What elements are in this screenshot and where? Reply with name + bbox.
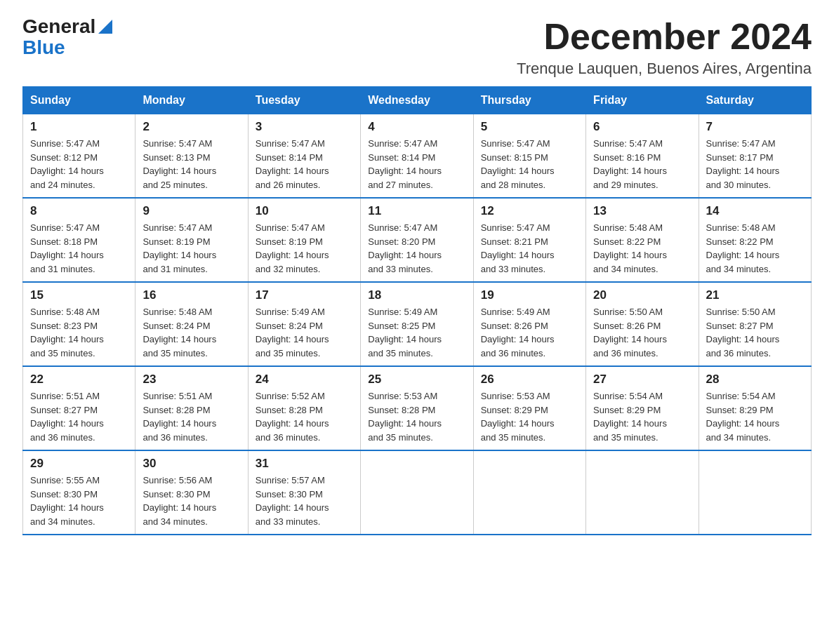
day-info: Sunrise: 5:53 AMSunset: 8:29 PMDaylight:… bbox=[481, 389, 578, 444]
day-info: Sunrise: 5:47 AMSunset: 8:17 PMDaylight:… bbox=[706, 137, 804, 192]
day-info: Sunrise: 5:49 AMSunset: 8:25 PMDaylight:… bbox=[368, 305, 465, 360]
day-info: Sunrise: 5:53 AMSunset: 8:28 PMDaylight:… bbox=[368, 389, 465, 444]
day-number: 23 bbox=[143, 373, 240, 387]
logo-general-text: General bbox=[22, 17, 95, 36]
day-number: 10 bbox=[256, 204, 353, 218]
day-info: Sunrise: 5:47 AMSunset: 8:13 PMDaylight:… bbox=[143, 137, 240, 192]
day-number: 20 bbox=[593, 288, 691, 302]
day-info: Sunrise: 5:54 AMSunset: 8:29 PMDaylight:… bbox=[706, 389, 804, 444]
calendar-cell: 20Sunrise: 5:50 AMSunset: 8:26 PMDayligh… bbox=[586, 282, 699, 366]
day-number: 29 bbox=[30, 457, 128, 471]
week-row-3: 15Sunrise: 5:48 AMSunset: 8:23 PMDayligh… bbox=[23, 282, 812, 366]
day-info: Sunrise: 5:50 AMSunset: 8:27 PMDaylight:… bbox=[706, 305, 804, 360]
calendar-cell: 31Sunrise: 5:57 AMSunset: 8:30 PMDayligh… bbox=[248, 450, 360, 535]
day-info: Sunrise: 5:52 AMSunset: 8:28 PMDaylight:… bbox=[256, 389, 353, 444]
day-info: Sunrise: 5:47 AMSunset: 8:16 PMDaylight:… bbox=[593, 137, 691, 192]
calendar-cell: 14Sunrise: 5:48 AMSunset: 8:22 PMDayligh… bbox=[699, 198, 811, 282]
logo-triangle-icon bbox=[98, 20, 112, 34]
day-number: 14 bbox=[706, 204, 804, 218]
svg-marker-0 bbox=[98, 20, 112, 34]
day-info: Sunrise: 5:47 AMSunset: 8:14 PMDaylight:… bbox=[256, 137, 353, 192]
calendar-cell: 18Sunrise: 5:49 AMSunset: 8:25 PMDayligh… bbox=[361, 282, 473, 366]
calendar-cell: 26Sunrise: 5:53 AMSunset: 8:29 PMDayligh… bbox=[473, 366, 585, 450]
day-info: Sunrise: 5:48 AMSunset: 8:22 PMDaylight:… bbox=[593, 221, 691, 276]
header-tuesday: Tuesday bbox=[248, 87, 360, 114]
day-number: 18 bbox=[368, 288, 465, 302]
day-info: Sunrise: 5:51 AMSunset: 8:27 PMDaylight:… bbox=[30, 389, 128, 444]
day-number: 2 bbox=[143, 120, 240, 134]
day-info: Sunrise: 5:47 AMSunset: 8:12 PMDaylight:… bbox=[30, 137, 128, 192]
week-row-1: 1Sunrise: 5:47 AMSunset: 8:12 PMDaylight… bbox=[23, 114, 812, 199]
calendar-cell: 27Sunrise: 5:54 AMSunset: 8:29 PMDayligh… bbox=[586, 366, 699, 450]
day-info: Sunrise: 5:49 AMSunset: 8:26 PMDaylight:… bbox=[481, 305, 578, 360]
calendar-cell: 25Sunrise: 5:53 AMSunset: 8:28 PMDayligh… bbox=[361, 366, 473, 450]
day-number: 4 bbox=[368, 120, 465, 134]
day-number: 21 bbox=[706, 288, 804, 302]
month-title: December 2024 bbox=[517, 17, 812, 57]
day-info: Sunrise: 5:47 AMSunset: 8:19 PMDaylight:… bbox=[143, 221, 240, 276]
day-info: Sunrise: 5:48 AMSunset: 8:24 PMDaylight:… bbox=[143, 305, 240, 360]
day-number: 15 bbox=[30, 288, 128, 302]
calendar-cell bbox=[586, 450, 699, 535]
day-info: Sunrise: 5:55 AMSunset: 8:30 PMDaylight:… bbox=[30, 474, 128, 528]
header-friday: Friday bbox=[586, 87, 699, 114]
calendar-cell: 11Sunrise: 5:47 AMSunset: 8:20 PMDayligh… bbox=[361, 198, 473, 282]
calendar-cell: 30Sunrise: 5:56 AMSunset: 8:30 PMDayligh… bbox=[135, 450, 248, 535]
day-number: 24 bbox=[256, 373, 353, 387]
day-number: 25 bbox=[368, 373, 465, 387]
day-number: 16 bbox=[143, 288, 240, 302]
location-title: Trenque Lauquen, Buenos Aires, Argentina bbox=[517, 60, 812, 78]
day-info: Sunrise: 5:47 AMSunset: 8:19 PMDaylight:… bbox=[256, 221, 353, 276]
day-info: Sunrise: 5:47 AMSunset: 8:21 PMDaylight:… bbox=[481, 221, 578, 276]
calendar-cell bbox=[699, 450, 811, 535]
header-thursday: Thursday bbox=[473, 87, 585, 114]
calendar-cell: 28Sunrise: 5:54 AMSunset: 8:29 PMDayligh… bbox=[699, 366, 811, 450]
calendar-cell: 6Sunrise: 5:47 AMSunset: 8:16 PMDaylight… bbox=[586, 114, 699, 199]
day-info: Sunrise: 5:47 AMSunset: 8:15 PMDaylight:… bbox=[481, 137, 578, 192]
calendar-cell: 10Sunrise: 5:47 AMSunset: 8:19 PMDayligh… bbox=[248, 198, 360, 282]
day-info: Sunrise: 5:57 AMSunset: 8:30 PMDaylight:… bbox=[256, 474, 353, 528]
logo: General Blue bbox=[22, 17, 112, 59]
calendar-cell: 5Sunrise: 5:47 AMSunset: 8:15 PMDaylight… bbox=[473, 114, 585, 199]
day-number: 30 bbox=[143, 457, 240, 471]
calendar-cell: 12Sunrise: 5:47 AMSunset: 8:21 PMDayligh… bbox=[473, 198, 585, 282]
header-monday: Monday bbox=[135, 87, 248, 114]
day-number: 3 bbox=[256, 120, 353, 134]
calendar-cell: 8Sunrise: 5:47 AMSunset: 8:18 PMDaylight… bbox=[23, 198, 135, 282]
day-number: 8 bbox=[30, 204, 128, 218]
day-number: 9 bbox=[143, 204, 240, 218]
header-wednesday: Wednesday bbox=[361, 87, 473, 114]
day-number: 1 bbox=[30, 120, 128, 134]
day-number: 13 bbox=[593, 204, 691, 218]
title-block: December 2024 Trenque Lauquen, Buenos Ai… bbox=[517, 17, 812, 78]
day-info: Sunrise: 5:49 AMSunset: 8:24 PMDaylight:… bbox=[256, 305, 353, 360]
calendar-cell: 13Sunrise: 5:48 AMSunset: 8:22 PMDayligh… bbox=[586, 198, 699, 282]
day-info: Sunrise: 5:50 AMSunset: 8:26 PMDaylight:… bbox=[593, 305, 691, 360]
week-row-4: 22Sunrise: 5:51 AMSunset: 8:27 PMDayligh… bbox=[23, 366, 812, 450]
day-number: 19 bbox=[481, 288, 578, 302]
calendar-cell: 2Sunrise: 5:47 AMSunset: 8:13 PMDaylight… bbox=[135, 114, 248, 199]
header-saturday: Saturday bbox=[699, 87, 811, 114]
day-info: Sunrise: 5:48 AMSunset: 8:23 PMDaylight:… bbox=[30, 305, 128, 360]
calendar-cell: 21Sunrise: 5:50 AMSunset: 8:27 PMDayligh… bbox=[699, 282, 811, 366]
calendar-table: SundayMondayTuesdayWednesdayThursdayFrid… bbox=[22, 86, 812, 535]
header-sunday: Sunday bbox=[23, 87, 135, 114]
day-info: Sunrise: 5:47 AMSunset: 8:14 PMDaylight:… bbox=[368, 137, 465, 192]
day-number: 5 bbox=[481, 120, 578, 134]
day-number: 22 bbox=[30, 373, 128, 387]
calendar-cell: 4Sunrise: 5:47 AMSunset: 8:14 PMDaylight… bbox=[361, 114, 473, 199]
logo-blue-text: Blue bbox=[22, 36, 65, 59]
day-info: Sunrise: 5:48 AMSunset: 8:22 PMDaylight:… bbox=[706, 221, 804, 276]
day-info: Sunrise: 5:47 AMSunset: 8:20 PMDaylight:… bbox=[368, 221, 465, 276]
page-header: General Blue December 2024 Trenque Lauqu… bbox=[22, 17, 812, 78]
header-row: SundayMondayTuesdayWednesdayThursdayFrid… bbox=[23, 87, 812, 114]
day-number: 31 bbox=[256, 457, 353, 471]
calendar-cell: 24Sunrise: 5:52 AMSunset: 8:28 PMDayligh… bbox=[248, 366, 360, 450]
calendar-cell bbox=[361, 450, 473, 535]
day-number: 17 bbox=[256, 288, 353, 302]
day-number: 11 bbox=[368, 204, 465, 218]
calendar-cell: 3Sunrise: 5:47 AMSunset: 8:14 PMDaylight… bbox=[248, 114, 360, 199]
day-number: 12 bbox=[481, 204, 578, 218]
day-number: 27 bbox=[593, 373, 691, 387]
day-number: 6 bbox=[593, 120, 691, 134]
